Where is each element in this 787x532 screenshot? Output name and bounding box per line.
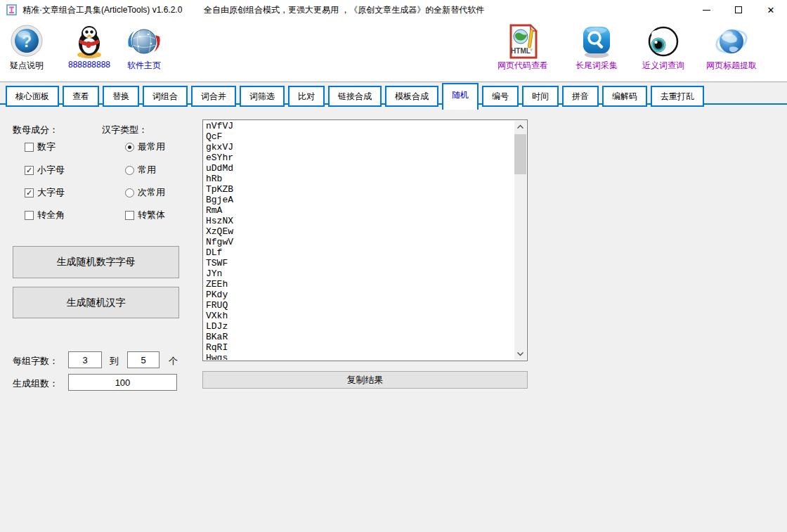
hanzi-option-次常用[interactable]: 次常用 (125, 186, 165, 199)
results-scrollbar[interactable] (514, 121, 526, 360)
hanzi-option-最常用[interactable]: 最常用 (125, 141, 165, 153)
chevron-down-icon (516, 351, 524, 356)
radio-dot (128, 145, 131, 149)
copy-results-button[interactable]: 复制结果 (202, 371, 528, 389)
tab-核心面板[interactable]: 核心面板 (6, 86, 59, 107)
svg-text:?: ? (22, 32, 32, 51)
toolbar-item-help[interactable]: ? 疑点说明 (0, 24, 59, 72)
toolbar-item-label: 近义词查询 (631, 60, 696, 72)
app-icon (6, 4, 18, 15)
toolbar-item-view-source[interactable]: HTML 网页代码查看 (490, 24, 555, 72)
radio-icon (125, 188, 134, 197)
qq-icon (72, 24, 106, 59)
tab-strip-row: 核心面板查看替换词组合词合并词筛选比对链接合成模板合成随机编号时间拼音编解码去重… (6, 86, 704, 110)
tab-替换[interactable]: 替换 (103, 86, 139, 107)
html-doc-icon: HTML (506, 24, 540, 59)
hanzi-option-转繁体[interactable]: 转繁体 (125, 209, 165, 221)
window-subtitle: 全自由原创组合模式，更强大更易用 ，《原创文章生成器》的全新替代软件 (204, 0, 484, 20)
tab-时间[interactable]: 时间 (522, 86, 559, 107)
maximize-icon (735, 6, 742, 13)
checkbox-icon: ✓ (25, 188, 34, 197)
globe-icon (715, 24, 748, 59)
letter-option-转全角[interactable]: 转全角 (25, 209, 65, 221)
generate-random-hanzi-button[interactable]: 生成随机汉字 (13, 287, 179, 318)
tab-比对[interactable]: 比对 (288, 86, 325, 107)
toolbar: ? 疑点说明 888888888 (0, 20, 787, 82)
tab-词合并[interactable]: 词合并 (191, 86, 236, 107)
to-label: 到 (110, 355, 119, 368)
checkbox-icon (25, 143, 34, 152)
question-icon: ? (10, 24, 44, 59)
toolbar-item-label: 网页标题提取 (699, 60, 764, 72)
radio-icon (125, 166, 134, 175)
hanzi-option-常用[interactable]: 常用 (125, 164, 156, 176)
tab-随机[interactable]: 随机 (442, 83, 479, 110)
scroll-up-button[interactable] (514, 121, 526, 133)
per-group-max-input[interactable] (127, 351, 160, 368)
option-label: 最常用 (138, 141, 165, 153)
scrollbar-thumb[interactable] (514, 134, 526, 174)
search-icon (580, 24, 613, 59)
letter-group-label: 数母成分： (13, 124, 58, 136)
radio-icon (125, 143, 134, 152)
toolbar-item-label: 网页代码查看 (490, 60, 555, 72)
letter-option-大字母[interactable]: ✓大字母 (25, 186, 65, 199)
tab-词组合[interactable]: 词组合 (143, 86, 188, 107)
toolbar-item-keyword-collect[interactable]: 长尾词采集 (564, 24, 629, 72)
toolbar-item-synonym-query[interactable]: 近义词查询 (631, 24, 696, 72)
close-button[interactable]: ✕ (755, 0, 787, 20)
unit-label: 个 (169, 355, 178, 368)
tab-词筛选[interactable]: 词筛选 (240, 86, 285, 107)
toolbar-item-homepage[interactable]: 软件主页 (112, 24, 176, 72)
option-label: 转繁体 (138, 209, 165, 221)
letter-option-小字母[interactable]: ✓小字母 (25, 164, 65, 176)
minimize-icon (703, 10, 710, 11)
tab-编解码[interactable]: 编解码 (602, 86, 647, 107)
generate-random-letters-button[interactable]: 生成随机数字字母 (13, 246, 179, 278)
option-label: 次常用 (138, 186, 165, 199)
checkbox-icon: ✓ (25, 166, 34, 175)
tab-模板合成[interactable]: 模板合成 (385, 86, 438, 107)
minimize-button[interactable] (690, 0, 722, 20)
tab-编号[interactable]: 编号 (482, 86, 519, 107)
toolbar-item-title-extract[interactable]: 网页标题提取 (699, 24, 764, 72)
per-group-min-input[interactable] (68, 351, 102, 368)
svg-text:HTML: HTML (511, 47, 531, 55)
maximize-button[interactable] (722, 0, 755, 20)
hanzi-group-label: 汉字类型： (102, 124, 148, 136)
scroll-down-button[interactable] (514, 348, 526, 360)
checkbox-icon (25, 211, 34, 220)
chevron-up-icon (516, 124, 524, 129)
group-count-label: 生成组数： (13, 377, 58, 390)
option-label: 常用 (138, 164, 156, 176)
random-tab-panel: 数母成分： 汉字类型： 数字✓小字母✓大字母转全角 最常用常用次常用转繁体 生成… (0, 110, 787, 532)
tab-链接合成[interactable]: 链接合成 (328, 86, 382, 107)
per-group-count-label: 每组字数： (13, 355, 58, 368)
title-bar: 精准·文章组合工具集(ArticleTools) v1.6.2.0 全自由原创组… (0, 0, 787, 20)
option-label: 小字母 (37, 164, 65, 176)
option-label: 转全角 (37, 209, 65, 221)
results-textarea[interactable]: nVfVJ QcF gkxVJ eSYhr uDdMd hRb TpKZB Bg… (202, 119, 528, 361)
option-label: 数字 (37, 141, 56, 153)
results-text: nVfVJ QcF gkxVJ eSYhr uDdMd hRb TpKZB Bg… (206, 121, 513, 360)
checkbox-icon (125, 211, 134, 220)
tab-strip: 核心面板查看替换词组合词合并词筛选比对链接合成模板合成随机编号时间拼音编解码去重… (0, 82, 787, 110)
tab-拼音[interactable]: 拼音 (562, 86, 599, 107)
letter-option-数字[interactable]: 数字 (25, 141, 56, 153)
eye-icon (646, 24, 680, 59)
option-label: 大字母 (37, 186, 65, 199)
toolbar-item-label: 疑点说明 (0, 60, 59, 72)
toolbar-item-label: 长尾词采集 (564, 60, 629, 72)
group-count-input[interactable] (68, 374, 177, 391)
tab-查看[interactable]: 查看 (63, 86, 99, 107)
globe-arrows-icon (127, 24, 161, 59)
window-title: 精准·文章组合工具集(ArticleTools) v1.6.2.0 (22, 0, 182, 20)
tab-去重打乱[interactable]: 去重打乱 (651, 86, 704, 107)
toolbar-item-label: 软件主页 (112, 60, 176, 72)
close-icon: ✕ (767, 5, 775, 15)
